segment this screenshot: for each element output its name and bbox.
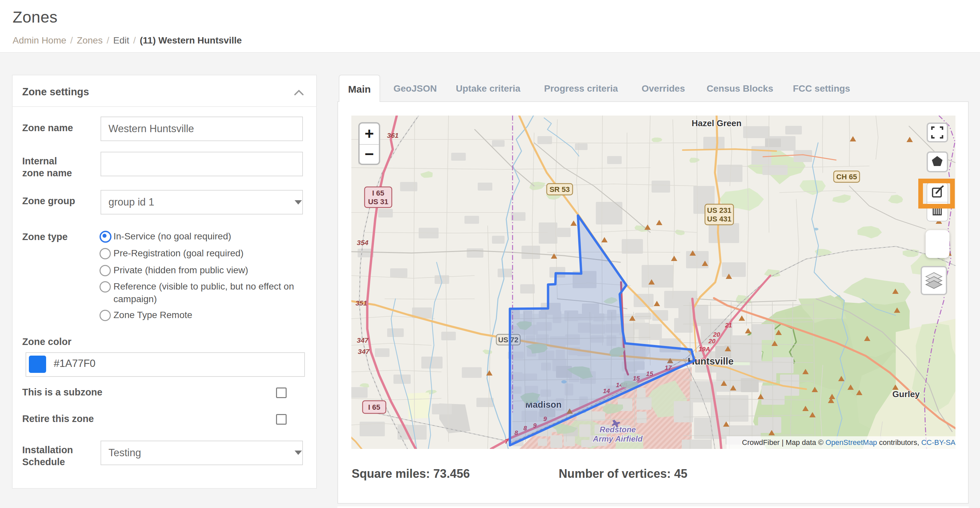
svg-text:7: 7: [505, 438, 509, 445]
svg-text:Army Airfield: Army Airfield: [592, 434, 643, 443]
svg-text:354: 354: [356, 239, 368, 246]
svg-text:US 31: US 31: [368, 198, 388, 206]
svg-text:I 65: I 65: [368, 403, 380, 411]
svg-text:US 231: US 231: [707, 206, 731, 214]
svg-text:19A: 19A: [699, 346, 710, 353]
svg-text:347: 347: [358, 348, 369, 355]
svg-text:US 431: US 431: [707, 215, 731, 223]
svg-text:SR 53: SR 53: [549, 185, 570, 193]
svg-text:I 65: I 65: [372, 189, 385, 197]
svg-text:361: 361: [387, 131, 398, 139]
svg-text:Gurley: Gurley: [892, 389, 920, 399]
svg-text:351: 351: [355, 299, 367, 307]
svg-text:21: 21: [725, 322, 732, 329]
svg-text:Hazel Green: Hazel Green: [692, 118, 741, 128]
svg-text:347: 347: [356, 336, 369, 344]
svg-text:CH 65: CH 65: [836, 173, 857, 181]
svg-text:20: 20: [713, 331, 720, 338]
svg-text:20: 20: [708, 338, 716, 345]
